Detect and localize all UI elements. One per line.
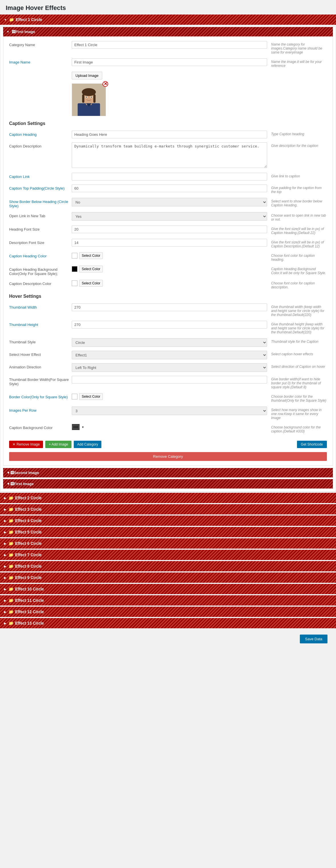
- images-per-row-select[interactable]: 1 2 3 4 5: [72, 406, 267, 415]
- effect-header-7[interactable]: ▶ 📁 Effect 7 Circle: [0, 550, 336, 560]
- caption-desc-color-btn[interactable]: Select Color: [79, 280, 103, 287]
- remove-category-label: Remove Category: [153, 454, 183, 459]
- hover-effect-select[interactable]: Effect1 Effect2 Effect3: [72, 351, 267, 359]
- caption-heading-bg-btn[interactable]: Select Color: [79, 266, 103, 273]
- thumbnail-width-input[interactable]: [72, 304, 267, 311]
- animation-dir-select[interactable]: Left To Right Right To Left Top To Botto…: [72, 363, 267, 372]
- effect-header-11[interactable]: ▶ 📁 Effect 11 Circle: [0, 595, 336, 606]
- effect-arrow-icon-8: ▶: [4, 565, 6, 568]
- svg-point-10: [91, 96, 92, 98]
- thumbnail-height-input[interactable]: [72, 321, 267, 329]
- caption-link-row: Caption Link Give link to caption: [9, 173, 327, 181]
- image-name-input-wrap: [72, 58, 267, 66]
- effect-arrow-icon-5: ▶: [4, 531, 6, 534]
- first-image-arrow-icon: ▼: [6, 30, 9, 33]
- caption-heading-input[interactable]: [72, 131, 267, 138]
- add-image-button[interactable]: + Add Image: [45, 441, 71, 448]
- effect-header-8[interactable]: ▶ 📁 Effect 8 Circle: [0, 561, 336, 571]
- thumbnail-width-hint: Give thumbnail width (keep width and hei…: [267, 304, 327, 317]
- caption-heading-color-btn[interactable]: Select Color: [79, 252, 103, 259]
- caption-heading-label: Caption Heading: [9, 131, 72, 137]
- upload-image-wrap: Upload Image: [72, 72, 267, 117]
- get-shortcode-button[interactable]: Get Shortcode: [297, 441, 327, 448]
- open-link-select[interactable]: Yes No: [72, 212, 267, 221]
- category-name-label: Category Name: [9, 41, 72, 47]
- svg-rect-5: [82, 94, 84, 102]
- effect-header-9[interactable]: ▶ 📁 Effect 9 Circle: [0, 572, 336, 583]
- desc-font-size-input[interactable]: [72, 239, 267, 247]
- caption-heading-color-row: Caption Heading Color Select Color Choos…: [9, 252, 327, 261]
- save-data-button[interactable]: Save Data: [300, 634, 328, 643]
- animation-dir-hint: Select direction of Caption on hover: [267, 363, 327, 369]
- caption-desc-hint: Give description for the caption: [267, 142, 327, 148]
- images-per-row-hint: Select how many images show in one row.K…: [267, 406, 327, 420]
- show-border-hint: Select want to show border below Caption…: [267, 198, 327, 207]
- thumbnail-style-select[interactable]: Circle Square: [72, 338, 267, 347]
- first-image2-arrow-icon: ▼: [6, 482, 10, 486]
- thumbnail-border-width-row: Thumbnail Border Width(For Square Style)…: [9, 376, 327, 389]
- folder-icon-9: 📁: [8, 575, 13, 580]
- hover-effect-label: Select Hover Effect: [9, 351, 72, 357]
- effect-header-6[interactable]: ▶ 📁 Effect 6 Circle: [0, 538, 336, 549]
- caption-bg-color-row: Caption Background Color ▼ Choose backgr…: [9, 424, 327, 433]
- effect-header-13[interactable]: ▶ 📁 Effect 13 Circle: [0, 618, 336, 628]
- remove-image-x-icon[interactable]: ✕: [102, 81, 108, 87]
- folder-icon-13: 📁: [8, 621, 13, 625]
- folder-icon-11: 📁: [8, 598, 13, 603]
- caption-top-padding-input[interactable]: [72, 184, 267, 192]
- add-image-label: + Add Image: [49, 442, 68, 446]
- effect-label-5: Effect 5 Circle: [15, 530, 41, 534]
- border-color-btn[interactable]: Select Color: [79, 393, 103, 400]
- images-per-row-label: Images Per Row: [9, 406, 72, 412]
- effect-header-3[interactable]: ▶ 📁 Effect 3 Circle: [0, 504, 336, 515]
- first-image-header[interactable]: ▼ 🖼 First Image: [3, 27, 333, 36]
- effect-arrow-icon-11: ▶: [4, 599, 6, 602]
- first-image2-header[interactable]: ▼ 🖼 First Image: [3, 479, 333, 489]
- effect-label-9: Effect 9 Circle: [15, 575, 41, 580]
- effect-arrow-icon-6: ▶: [4, 542, 6, 545]
- caption-top-padding-hint: Give padding for the caption from the to…: [267, 184, 327, 194]
- effect-section-12: ▶ 📁 Effect 12 Circle: [0, 607, 336, 617]
- effect-label-7: Effect 7 Circle: [15, 553, 41, 557]
- folder-icon-10: 📁: [8, 587, 13, 591]
- caption-desc-textarea[interactable]: Dynamically transform team building e-ma…: [72, 142, 267, 168]
- heading-font-size-input[interactable]: [72, 225, 267, 233]
- first-image2-label: First Image: [14, 482, 34, 486]
- caption-settings-title: Caption Settings: [9, 121, 327, 126]
- image-name-input[interactable]: [72, 58, 267, 66]
- effect-header-4[interactable]: ▶ 📁 Effect 4 Circle: [0, 516, 336, 526]
- thumbnail-border-width-label: Thumbnail Border Width(For Square Style): [9, 376, 72, 386]
- border-color-hint: Choose border color for the thumbnail(On…: [267, 393, 327, 403]
- effect-header-12[interactable]: ▶ 📁 Effect 12 Circle: [0, 607, 336, 617]
- effect-section-6: ▶ 📁 Effect 6 Circle: [0, 538, 336, 549]
- remove-image-button[interactable]: ✕ Remove Image: [9, 441, 43, 448]
- effect-header-2[interactable]: ▶ 📁 Effect 2 Circle: [0, 493, 336, 503]
- upload-image-button[interactable]: Upload Image: [72, 72, 102, 80]
- effect-label-8: Effect 8 Circle: [15, 564, 41, 568]
- first-image-label: First Image: [16, 30, 35, 34]
- animation-dir-row: Animation Direction Left To Right Right …: [9, 363, 327, 372]
- border-color-swatch: [72, 394, 78, 399]
- effect-section-9: ▶ 📁 Effect 9 Circle: [0, 572, 336, 583]
- thumbnail-border-width-input[interactable]: [72, 376, 267, 383]
- effect-section-10: ▶ 📁 Effect 10 Circle: [0, 584, 336, 594]
- add-category-button[interactable]: Add Category: [74, 441, 101, 448]
- show-border-select[interactable]: No Yes: [72, 198, 267, 207]
- effect1-header[interactable]: ▼ 📁 Effect 1 Circle: [0, 14, 336, 25]
- image-preview: [72, 84, 106, 116]
- caption-link-input[interactable]: [72, 173, 267, 181]
- image-icon: 🖼: [12, 30, 16, 34]
- effect-header-10[interactable]: ▶ 📁 Effect 10 Circle: [0, 584, 336, 594]
- remove-category-button[interactable]: Remove Category: [9, 452, 327, 461]
- second-image-header[interactable]: ▼ 🖼 Second Image: [3, 468, 333, 477]
- effect-header-5[interactable]: ▶ 📁 Effect 5 Circle: [0, 527, 336, 537]
- second-image-label: Second Image: [14, 471, 39, 475]
- caption-bg-color-input[interactable]: [72, 424, 80, 430]
- caption-heading-bg-row: Caption Heading Background Color(Only Fo…: [9, 266, 327, 276]
- category-name-input[interactable]: [72, 41, 267, 49]
- effect-label-6: Effect 6 Circle: [15, 541, 41, 546]
- images-per-row-row: Images Per Row 1 2 3 4 5 Select how many…: [9, 406, 327, 420]
- effect-section-3: ▶ 📁 Effect 3 Circle: [0, 504, 336, 515]
- thumbnail-width-label: Thumbnail Width: [9, 304, 72, 309]
- thumbnail-style-row: Thumbnail Style Circle Square Thumbnail …: [9, 338, 327, 347]
